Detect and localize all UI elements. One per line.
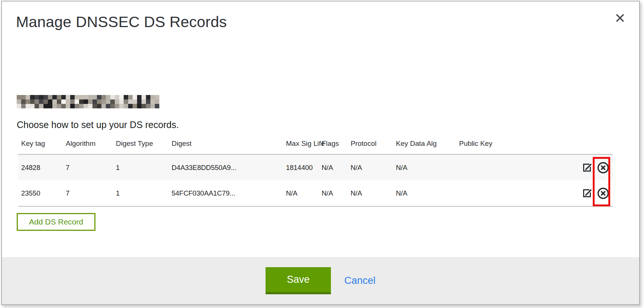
delete-record-button[interactable] — [596, 161, 610, 174]
close-button[interactable] — [613, 11, 627, 24]
col-header-max-sig-life: Max Sig Life — [283, 139, 319, 154]
cell-flags: N/A — [319, 154, 348, 180]
cell-public-key — [456, 180, 578, 206]
col-header-protocol: Protocol — [348, 139, 393, 154]
modal-footer: Save Cancel — [2, 257, 639, 304]
edit-icon — [581, 187, 593, 199]
col-header-key-data-alg: Key Data Alg — [393, 139, 456, 154]
modal-title: Manage DNSSEC DS Records — [16, 13, 639, 31]
delete-record-button[interactable] — [596, 187, 610, 200]
cell-digest-type: 1 — [113, 180, 169, 206]
cell-protocol: N/A — [348, 154, 393, 180]
cancel-link[interactable]: Cancel — [344, 275, 375, 286]
cell-digest-type: 1 — [113, 154, 169, 180]
cell-algorithm: 7 — [63, 154, 113, 180]
cell-max-sig-life: 1814400 — [283, 154, 319, 180]
edit-record-button[interactable] — [581, 187, 593, 199]
col-header-public-key: Public Key — [456, 139, 578, 154]
ds-records-table: Key tag Algorithm Digest Type Digest Max… — [18, 139, 613, 207]
cell-actions — [578, 180, 613, 206]
cell-public-key — [456, 154, 578, 180]
cell-key-tag: 23550 — [18, 180, 63, 206]
col-header-key-tag: Key tag — [18, 139, 63, 154]
col-header-actions — [578, 139, 613, 154]
cell-key-data-alg: N/A — [393, 180, 456, 206]
cell-protocol: N/A — [348, 180, 393, 206]
instruction-text: Choose how to set up your DS records. — [17, 119, 639, 131]
col-header-algorithm: Algorithm — [63, 139, 113, 154]
close-icon — [615, 13, 625, 23]
redacted-domain-name — [17, 95, 159, 108]
manage-dnssec-ds-records-modal: Manage DNSSEC DS Records Choose how to s… — [1, 1, 640, 305]
table-header-row: Key tag Algorithm Digest Type Digest Max… — [18, 139, 613, 154]
table-row: 23550 7 1 54FCF030AA1C79... N/A N/A N/A … — [18, 180, 613, 206]
cell-max-sig-life: N/A — [283, 180, 319, 206]
cell-digest: 54FCF030AA1C79... — [169, 180, 283, 206]
cell-actions — [578, 154, 613, 180]
add-ds-record-button[interactable]: Add DS Record — [17, 213, 95, 231]
cell-flags: N/A — [319, 180, 348, 206]
col-header-flags: Flags — [319, 139, 348, 154]
save-button[interactable]: Save — [266, 267, 331, 294]
table-row: 24828 7 1 D4A33E8DD550A9... 1814400 N/A … — [18, 154, 613, 180]
edit-record-button[interactable] — [581, 162, 593, 173]
cell-key-tag: 24828 — [18, 154, 63, 180]
edit-icon — [581, 162, 593, 173]
cell-digest: D4A33E8DD550A9... — [169, 154, 283, 180]
col-header-digest: Digest — [169, 139, 283, 154]
modal-body: Manage DNSSEC DS Records Choose how to s… — [2, 1, 639, 304]
cell-algorithm: 7 — [63, 180, 113, 206]
delete-x-circle-icon — [596, 187, 610, 200]
delete-x-circle-icon — [596, 161, 610, 174]
col-header-digest-type: Digest Type — [113, 139, 169, 154]
cell-key-data-alg: N/A — [393, 154, 456, 180]
